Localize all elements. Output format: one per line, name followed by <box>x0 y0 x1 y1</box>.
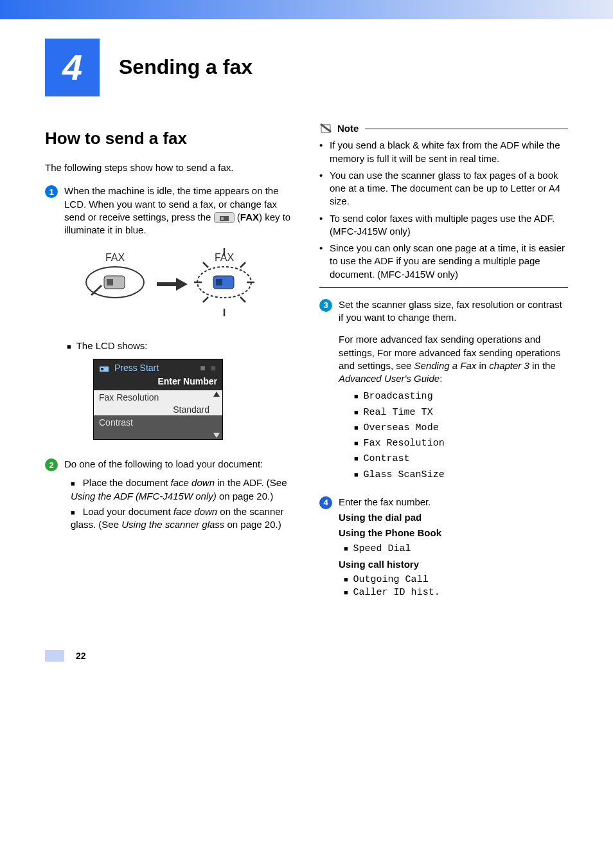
step2-bullets: Place the document face down in the ADF.… <box>67 476 294 531</box>
step3-adv-i1: Sending a Fax <box>414 360 477 371</box>
adv-l2: Real Time TX <box>354 406 568 419</box>
s2b1-i2: Using the ADF (MFC-J415W only) <box>71 491 217 502</box>
svg-line-13 <box>203 262 208 267</box>
s2b2-i: face down <box>173 506 217 517</box>
s2b2-a: Load your document <box>83 506 173 517</box>
s2b2-c: on page 20.) <box>224 519 281 530</box>
s2b1-a: Place the document <box>83 477 171 488</box>
step-2: 2 Do one of the following to load your d… <box>45 458 294 471</box>
chapter-title: Sending a fax <box>119 53 253 81</box>
svg-rect-5 <box>107 279 113 285</box>
svg-rect-1 <box>221 217 224 220</box>
right-column: Note •If you send a black & white fax fr… <box>319 122 568 605</box>
lcd-screen: Press Start ■ ■ Enter Number Fax Resolut… <box>93 359 223 440</box>
note-footer-rule <box>319 287 568 288</box>
fax-icon <box>99 365 109 372</box>
section-intro: The following steps show how to send a f… <box>45 161 294 174</box>
svg-rect-21 <box>101 368 103 370</box>
step3-adv-b: in <box>476 360 489 371</box>
lcd-intro-text: The LCD shows: <box>67 339 294 352</box>
section-title: How to send a fax <box>45 127 294 150</box>
fax-bold-label: FAX <box>240 212 259 222</box>
lcd-mono-color-dots: ■ ■ <box>200 362 217 374</box>
svg-line-14 <box>240 262 245 267</box>
step-number-2: 2 <box>45 458 58 471</box>
chapter-number-box: 4 <box>45 39 100 96</box>
step-1: 1 When the machine is idle, the time app… <box>45 185 294 237</box>
adv-l3: Overseas Mode <box>354 422 568 435</box>
step3-adv-i2: chapter 3 <box>489 360 529 371</box>
adv-l1: Broadcasting <box>354 390 568 403</box>
step3-adv-c: in the <box>529 360 556 371</box>
adv-l6: Glass ScanSize <box>354 469 568 482</box>
svg-rect-19 <box>216 279 222 285</box>
lcd-down-arrow-icon <box>213 433 220 438</box>
step3-advanced-list: Broadcasting Real Time TX Overseas Mode … <box>354 390 568 482</box>
adv-l5: Contrast <box>354 453 568 466</box>
note4: Since you can only scan one page at a ti… <box>330 242 568 281</box>
step4-callerid: Caller ID hist. <box>344 586 568 599</box>
lcd-up-arrow-icon <box>213 392 220 397</box>
s2b1-i: face down <box>171 477 215 488</box>
step-number-3: 3 <box>319 299 332 312</box>
svg-line-15 <box>203 297 208 302</box>
lcd-row1-label: Fax Resolution <box>99 392 217 404</box>
step4-h3: Using call history <box>339 558 568 571</box>
step4-outgoing: Outgoing Call <box>344 574 568 586</box>
step3-text: Set the scanner glass size, fax resoluti… <box>339 298 568 325</box>
step-number-4: 4 <box>319 496 332 509</box>
s2b2-i2: Using the scanner glass <box>121 519 224 530</box>
page-number: 22 <box>76 650 86 662</box>
step-3: 3 Set the scanner glass size, fax resolu… <box>319 298 568 489</box>
svg-text:FAX: FAX <box>105 252 125 263</box>
step4-text: Enter the fax number. <box>339 496 568 509</box>
lcd-enter-number: Enter Number <box>94 375 222 390</box>
note-label: Note <box>337 122 359 135</box>
left-column: How to send a fax The following steps sh… <box>45 122 294 605</box>
lcd-row2-label: Contrast <box>99 417 133 428</box>
step3-adv-i3: Advanced User's Guide <box>339 373 440 384</box>
chapter-header: 4 Sending a fax <box>45 39 568 96</box>
note-header: Note <box>319 122 568 135</box>
note-items: •If you send a black & white fax from th… <box>319 139 568 281</box>
note3: To send color faxes with multiple pages … <box>330 212 568 239</box>
adv-l4: Fax Resolution <box>354 437 568 450</box>
lcd-row1-value: Standard <box>99 404 217 416</box>
step-number-1: 1 <box>45 185 58 198</box>
s2b1-c: on page 20.) <box>217 491 273 502</box>
svg-line-23 <box>321 124 331 132</box>
step4-h2: Using the Phone Book <box>339 527 568 539</box>
note1: If you send a black & white fax from the… <box>330 139 568 165</box>
step-4: 4 Enter the fax number. Using the dial p… <box>319 496 568 600</box>
page-footer: 22 <box>45 650 568 662</box>
lcd-press-start: Press Start <box>114 363 159 373</box>
fax-key-icon-inline <box>214 212 235 223</box>
step4-speeddial: Speed Dial <box>344 543 568 556</box>
s2b1-b: in the ADF. (See <box>215 477 287 488</box>
svg-line-16 <box>240 297 245 302</box>
step3-adv-d: : <box>440 373 442 384</box>
note2: You can use the scanner glass to fax pag… <box>330 169 568 208</box>
svg-marker-7 <box>157 278 188 291</box>
step4-h1: Using the dial pad <box>339 511 568 524</box>
header-gradient-bar <box>0 0 613 19</box>
note-icon <box>319 123 333 134</box>
fax-key-diagram: FAX FAX <box>45 247 294 327</box>
step2-text: Do one of the following to load your doc… <box>64 458 294 471</box>
